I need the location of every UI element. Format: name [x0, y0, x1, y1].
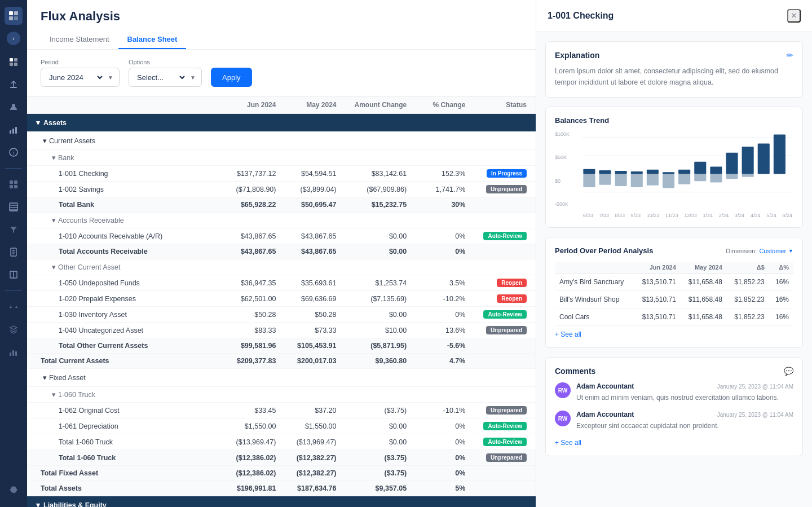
- table-row: Total 1-060 Truck ($12,386.02) ($12,382.…: [27, 450, 536, 466]
- sidebar-bottom: [3, 480, 24, 500]
- tab-balance-sheet[interactable]: Balance Sheet: [118, 30, 187, 49]
- svg-rect-17: [10, 185, 13, 188]
- sidebar-icon-table[interactable]: [3, 197, 24, 217]
- table-row: Total Bank $65,928.22 $50,695.47 $15,232…: [27, 197, 536, 213]
- panel-title: 1-001 Checking: [548, 11, 614, 21]
- analysis-customer-name: Amy's Bird Sanctuary: [555, 274, 634, 291]
- svg-rect-18: [14, 185, 17, 188]
- chart-svg: [582, 131, 793, 210]
- analysis-may-value: $11,658.48: [681, 291, 727, 308]
- apply-button[interactable]: Apply: [211, 68, 252, 87]
- svg-rect-42: [678, 170, 690, 174]
- svg-rect-10: [10, 130, 11, 134]
- sidebar-icon-dashboard[interactable]: [3, 52, 24, 72]
- comments-see-all[interactable]: + See all: [555, 439, 793, 447]
- y-label-100k: $100K: [555, 131, 577, 137]
- options-select[interactable]: Select... ▼: [129, 68, 202, 87]
- comment-item: RW Adam Accountant January 25, 2023 @ 11…: [555, 382, 793, 403]
- sidebar-icon-layers[interactable]: [3, 319, 24, 340]
- y-label-50k: $50K: [555, 155, 577, 160]
- table-row: 1-010 Accounts Receivable (A/R) $43,867.…: [27, 228, 536, 244]
- y-label-neg50k: -$50K: [555, 201, 577, 207]
- svg-rect-55: [678, 174, 690, 184]
- svg-rect-12: [15, 127, 17, 134]
- comment-meta: Adam Accountant January 25, 2023 @ 11:04…: [576, 382, 793, 390]
- analysis-may-value: $11,658.48: [681, 308, 727, 326]
- sidebar-divider-2: [5, 290, 22, 291]
- svg-rect-46: [742, 147, 754, 174]
- sidebar-icon-settings[interactable]: [3, 480, 24, 500]
- comment-meta: Adam Accountant January 25, 2023 @ 11:04…: [576, 411, 793, 418]
- edit-icon[interactable]: ✏: [787, 51, 793, 60]
- period-select-input[interactable]: June 2024 May 2024 April 2024: [47, 73, 104, 82]
- dimension-selector: Dimension: Customer ▼: [726, 248, 793, 254]
- comment-body: Adam Accountant January 25, 2023 @ 11:04…: [576, 382, 793, 403]
- analysis-see-all[interactable]: + See all: [555, 330, 793, 338]
- svg-rect-52: [631, 174, 643, 187]
- analysis-row: Cool Cars $13,510.71 $11,658.48 $1,852.2…: [555, 308, 793, 326]
- subsection-row: ▾Accounts Receivable: [27, 213, 536, 228]
- comment-item: RW Adam Accountant January 25, 2023 @ 11…: [555, 411, 793, 431]
- sidebar-icon-grid[interactable]: [3, 174, 24, 195]
- table-container: Jun 2024 May 2024 Amount Change % Change…: [27, 96, 536, 507]
- sidebar-icon-info[interactable]: i: [3, 142, 24, 162]
- analysis-customer-name: Bill's Windsurf Shop: [555, 291, 634, 308]
- chat-icon[interactable]: 💬: [784, 367, 793, 376]
- bank-row: ▾Bank: [27, 150, 536, 166]
- options-select-input[interactable]: Select...: [135, 73, 187, 82]
- chart-section: Balances Trend $100K $50K $0 -$50K: [545, 107, 803, 228]
- comments-header: Comments 💬: [555, 367, 793, 376]
- dimension-chevron-icon[interactable]: ▼: [788, 248, 793, 254]
- sidebar-icon-reports[interactable]: [3, 74, 24, 95]
- svg-rect-0: [9, 11, 13, 15]
- sidebar-toggle[interactable]: ›: [7, 32, 20, 45]
- chart-label-8: 2/24: [719, 213, 729, 218]
- chart-label-6: 12/23: [684, 213, 697, 218]
- comment-body: Adam Accountant January 25, 2023 @ 11:04…: [576, 411, 793, 431]
- tabs: Income Statement Balance Sheet: [41, 30, 522, 49]
- sidebar-icon-users[interactable]: [3, 97, 24, 117]
- table-row: 1-020 Prepaid Expenses $62,501.00 $69,63…: [27, 291, 536, 307]
- dimension-value[interactable]: Customer: [759, 248, 786, 254]
- svg-rect-50: [599, 174, 611, 184]
- page-header: Flux Analysis Income Statement Balance S…: [27, 0, 536, 50]
- svg-rect-36: [583, 169, 595, 174]
- analysis-jun-value: $13,510.71: [634, 274, 681, 291]
- svg-rect-3: [14, 16, 18, 20]
- sidebar-icon-doc[interactable]: [3, 242, 24, 262]
- svg-rect-44: [710, 166, 722, 174]
- svg-rect-1: [14, 11, 18, 15]
- comment-avatar: RW: [555, 411, 571, 426]
- analysis-jun-value: $13,510.71: [634, 308, 681, 326]
- comment-date: January 25, 2023 @ 11:04 AM: [717, 383, 793, 390]
- chart-label-5: 11/23: [665, 213, 678, 218]
- col-header-may: May 2024: [285, 96, 345, 114]
- comments-list: RW Adam Accountant January 25, 2023 @ 11…: [555, 382, 793, 431]
- svg-text:i: i: [14, 150, 15, 156]
- comment-text: Ut enim ad minim veniam, quis nostrud ex…: [576, 393, 793, 403]
- svg-rect-29: [10, 352, 11, 356]
- page-title: Flux Analysis: [41, 9, 522, 24]
- analysis-delta-pct-value: 16%: [769, 274, 793, 291]
- analysis-row: Amy's Bird Sanctuary $13,510.71 $11,658.…: [555, 274, 793, 291]
- sidebar-icon-scale[interactable]: [3, 297, 24, 317]
- right-panel: 1-001 Checking × Explanation ✏ Lorem ips…: [536, 0, 812, 507]
- close-button[interactable]: ×: [787, 9, 801, 23]
- col-header-change: Amount Change: [346, 96, 416, 114]
- svg-rect-39: [631, 171, 643, 174]
- svg-rect-57: [710, 174, 722, 182]
- liabilities-section-header: ▾Liabilities & Equity: [27, 496, 536, 508]
- svg-rect-45: [726, 153, 738, 174]
- panel-header: 1-001 Checking ×: [536, 0, 812, 32]
- table-row: Total Assets $196,991.81 $187,634.76 $9,…: [27, 481, 536, 496]
- period-select[interactable]: June 2024 May 2024 April 2024 ▼: [41, 68, 120, 87]
- sidebar-icon-chart3[interactable]: [3, 342, 24, 362]
- analysis-col-deltapct: Δ%: [769, 262, 793, 274]
- sidebar-icon-filter[interactable]: [3, 219, 24, 240]
- analysis-col-name: [555, 262, 634, 274]
- subsection-row: ▾Other Current Asset: [27, 259, 536, 275]
- tab-income-statement[interactable]: Income Statement: [41, 30, 118, 49]
- explanation-header: Explanation ✏: [555, 51, 793, 60]
- sidebar-icon-analytics[interactable]: [3, 120, 24, 140]
- sidebar-icon-book[interactable]: [3, 264, 24, 285]
